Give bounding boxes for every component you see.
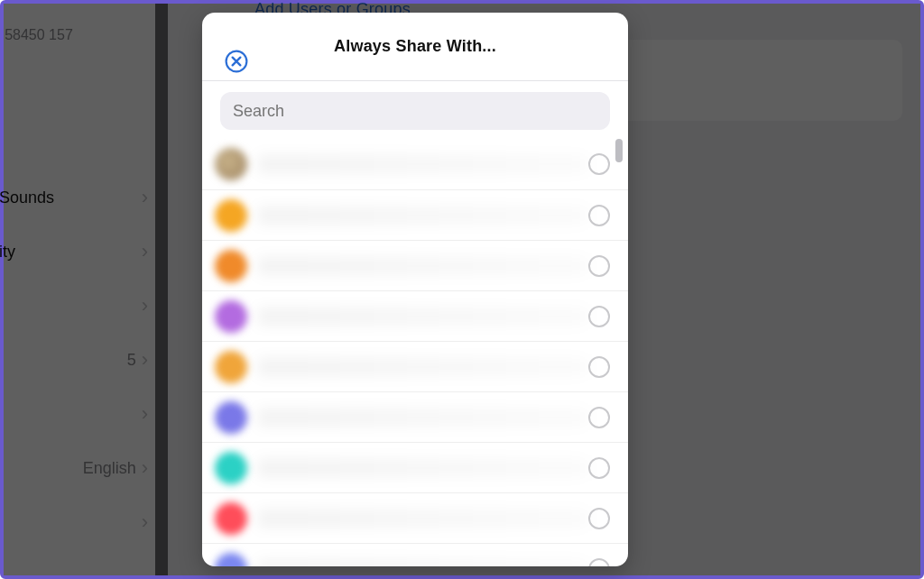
contact-name-blurred: [258, 308, 588, 325]
contact-name-blurred: [258, 561, 588, 567]
select-radio[interactable]: [588, 205, 610, 226]
contact-row[interactable]: [202, 240, 628, 290]
contact-name-blurred: [258, 207, 588, 224]
select-radio[interactable]: [588, 407, 610, 428]
contact-name-blurred: [258, 258, 588, 274]
select-radio[interactable]: [588, 306, 610, 327]
contact-row[interactable]: [202, 442, 628, 492]
modal-title: Always Share With...: [334, 37, 496, 56]
select-radio[interactable]: [588, 558, 610, 567]
select-radio[interactable]: [588, 356, 610, 378]
contact-row[interactable]: [202, 290, 628, 341]
avatar: [215, 250, 247, 282]
avatar: [215, 553, 247, 567]
contact-row[interactable]: [202, 492, 628, 543]
search-input[interactable]: [220, 92, 610, 130]
select-radio[interactable]: [588, 508, 610, 529]
select-radio[interactable]: [588, 255, 610, 277]
avatar: [215, 351, 247, 383]
contact-row[interactable]: [202, 341, 628, 391]
select-radio[interactable]: [588, 153, 610, 175]
contact-name-blurred: [258, 156, 588, 172]
always-share-modal: Always Share With...: [202, 13, 628, 566]
avatar: [215, 199, 247, 232]
contact-row[interactable]: [202, 189, 628, 240]
avatar: [215, 148, 247, 180]
avatar: [215, 300, 247, 333]
app-frame: 299 58450 157 nd Sounds › curity › ge › …: [0, 0, 924, 579]
contacts-list[interactable]: [202, 139, 628, 566]
modal-header: Always Share With...: [202, 13, 628, 81]
avatar: [215, 401, 247, 434]
contact-name-blurred: [258, 359, 588, 375]
avatar: [215, 452, 247, 484]
contact-row[interactable]: [202, 391, 628, 442]
contact-name-blurred: [258, 510, 588, 527]
select-radio[interactable]: [588, 457, 610, 479]
close-icon: [225, 50, 248, 73]
close-button[interactable]: [224, 49, 249, 74]
contact-row[interactable]: [202, 139, 628, 189]
avatar: [215, 502, 247, 535]
search-wrap: [202, 81, 628, 139]
contact-row[interactable]: [202, 543, 628, 566]
contact-name-blurred: [258, 409, 588, 426]
contact-name-blurred: [258, 460, 588, 476]
